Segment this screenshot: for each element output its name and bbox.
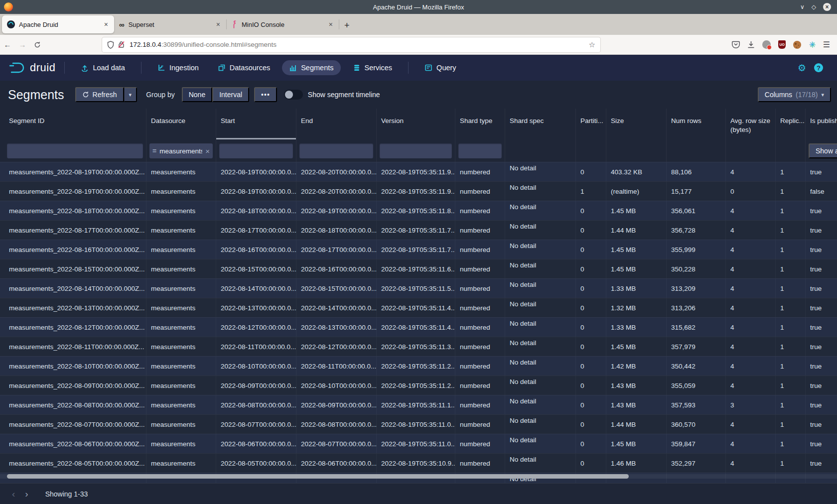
cell-end: 2022-08-16T00:00:00.0...	[296, 259, 377, 278]
table-row[interactable]: measurements_2022-08-19T00:00:00.000Z...…	[0, 181, 837, 201]
tab-close-icon[interactable]: ×	[328, 20, 334, 28]
back-icon[interactable]: ←	[0, 40, 15, 49]
column-header-is_published[interactable]: Is published	[806, 109, 837, 139]
extension-asterisk-icon[interactable]: ✳	[809, 41, 815, 49]
nav-item-datasources[interactable]: Datasources	[211, 60, 277, 75]
cell-is_published: true	[806, 395, 837, 414]
cell-version: 2022-08-19T05:35:11.3...	[377, 337, 455, 356]
nav-item-segments[interactable]: Segments	[282, 60, 340, 75]
cell-is_published: true	[806, 357, 837, 376]
nav-item-label: Segments	[301, 64, 333, 72]
filter-input-start[interactable]	[219, 143, 293, 158]
group-by-interval-button[interactable]: Interval	[212, 87, 249, 102]
lock-insecure-icon[interactable]	[118, 41, 125, 48]
nav-item-load-data[interactable]: Load data	[74, 60, 132, 75]
filter-input-shard_type[interactable]	[458, 143, 502, 158]
column-header-shard_type[interactable]: Shard type	[455, 109, 505, 139]
table-row[interactable]: measurements_2022-08-17T00:00:00.000Z...…	[0, 220, 837, 240]
refresh-button[interactable]: Refresh	[75, 87, 124, 102]
bookmark-star-icon[interactable]: ☆	[589, 40, 595, 49]
filter-input-version[interactable]	[380, 143, 452, 158]
segment-timeline-switch[interactable]: Show segment timeline	[284, 90, 380, 100]
cell-shard_spec: No detail	[505, 162, 576, 181]
refresh-caret-button[interactable]: ▾	[124, 87, 138, 102]
maximize-icon[interactable]: ◇	[812, 4, 816, 10]
table-row[interactable]: measurements_2022-08-08T00:00:00.000Z...…	[0, 395, 837, 414]
tab-close-icon[interactable]: ×	[215, 20, 221, 28]
table-row[interactable]: measurements_2022-08-11T00:00:00.000Z...…	[0, 337, 837, 356]
column-header-partition[interactable]: Partiti...	[576, 109, 606, 139]
column-header-shard_spec[interactable]: Shard spec	[505, 109, 576, 139]
pocket-icon[interactable]	[732, 41, 740, 48]
column-header-id[interactable]: Segment ID	[0, 109, 146, 139]
table-row[interactable]: measurements_2022-08-14T00:00:00.000Z...…	[0, 278, 837, 298]
table-row[interactable]: measurements_2022-08-07T00:00:00.000Z...…	[0, 414, 837, 434]
tab-minio-console[interactable]: MinIO Console ×	[227, 15, 339, 33]
close-icon[interactable]: ×	[823, 3, 831, 11]
table-row[interactable]: measurements_2022-08-19T00:00:00.000Z...…	[0, 162, 837, 181]
account-extension-icon[interactable]	[762, 40, 771, 49]
downloads-icon[interactable]	[747, 41, 755, 48]
cookie-extension-icon[interactable]	[793, 41, 801, 49]
minimize-icon[interactable]: ∨	[800, 4, 805, 10]
toggle-off-icon[interactable]	[284, 90, 303, 100]
cell-shard_spec: No detail	[505, 454, 576, 473]
group-by-none-button[interactable]: None	[182, 87, 212, 102]
columns-button[interactable]: Columns (17/18) ▾	[758, 87, 831, 102]
tab-label: Apache Druid	[19, 21, 99, 28]
nav-item-services[interactable]: Services	[346, 60, 400, 75]
cell-num_rows: 315,682	[667, 318, 726, 337]
scrollbar-thumb[interactable]	[7, 474, 629, 479]
forward-icon[interactable]: →	[15, 40, 30, 49]
tab-close-icon[interactable]: ×	[103, 20, 109, 28]
is-published-filter-button[interactable]: Show all	[809, 143, 837, 158]
table-row[interactable]: measurements_2022-08-16T00:00:00.000Z...…	[0, 240, 837, 259]
previous-page-icon[interactable]: ‹	[7, 489, 20, 499]
datasource-filter-chip[interactable]: =measurements×	[149, 143, 213, 158]
druid-brand[interactable]: druid	[9, 61, 55, 74]
table-row[interactable]: measurements_2022-08-10T00:00:00.000Z...…	[0, 356, 837, 376]
gear-icon[interactable]: ⚙	[798, 62, 806, 74]
cell-size: 1.45 MB	[606, 337, 667, 356]
filter-input-end[interactable]	[299, 143, 373, 158]
table-row[interactable]: measurements_2022-08-06T00:00:00.000Z...…	[0, 434, 837, 453]
column-header-datasource[interactable]: Datasource	[146, 109, 216, 139]
tab-superset[interactable]: ∞ Superset ×	[114, 15, 226, 33]
cell-num_rows: 352,297	[667, 454, 726, 473]
cell-version: 2022-08-19T05:35:11.8...	[377, 201, 455, 220]
column-header-size[interactable]: Size	[606, 109, 667, 139]
table-row[interactable]: measurements_2022-08-05T00:00:00.000Z...…	[0, 453, 837, 473]
url-bar[interactable]: 172.18.0.4 :30899/unified-console.html#s…	[102, 37, 600, 52]
table-row[interactable]: measurements_2022-08-09T00:00:00.000Z...…	[0, 376, 837, 395]
showing-count: Showing 1-33	[45, 490, 88, 498]
column-header-end[interactable]: End	[296, 109, 377, 139]
cell-replicas: 1	[776, 182, 806, 201]
column-header-version[interactable]: Version	[377, 109, 455, 139]
horizontal-scrollbar[interactable]	[0, 474, 837, 479]
cell-version: 2022-08-19T05:35:11.5...	[377, 279, 455, 298]
tab-apache-druid[interactable]: Apache Druid ×	[2, 15, 114, 33]
more-options-button[interactable]: •••	[254, 87, 277, 102]
column-header-avg_row_size[interactable]: Avg. row size (bytes)	[726, 109, 776, 139]
table-row[interactable]: measurements_2022-08-15T00:00:00.000Z...…	[0, 259, 837, 278]
ublock-origin-icon[interactable]: UO	[778, 40, 786, 49]
new-tab-button[interactable]: +	[339, 20, 355, 31]
table-row[interactable]: measurements_2022-08-18T00:00:00.000Z...…	[0, 201, 837, 220]
menu-icon[interactable]: ☰	[823, 40, 830, 49]
refresh-label: Refresh	[93, 91, 117, 99]
remove-filter-icon[interactable]: ×	[205, 147, 210, 155]
column-header-replicas[interactable]: Replic...	[776, 109, 806, 139]
cell-start: 2022-08-10T00:00:00.0...	[216, 357, 296, 376]
next-page-icon[interactable]: ›	[20, 489, 33, 499]
reload-icon[interactable]	[30, 41, 45, 48]
column-header-num_rows[interactable]: Num rows	[667, 109, 726, 139]
help-icon[interactable]: ?	[814, 63, 823, 72]
table-row[interactable]: measurements_2022-08-13T00:00:00.000Z...…	[0, 298, 837, 317]
filter-input-id[interactable]	[7, 143, 143, 158]
column-header-start[interactable]: Start	[216, 109, 296, 139]
table-row[interactable]: measurements_2022-08-12T00:00:00.000Z...…	[0, 317, 837, 337]
shield-icon[interactable]	[107, 41, 114, 49]
nav-item-query[interactable]: Query	[418, 60, 463, 75]
filter-cell-replicas	[776, 139, 806, 162]
nav-item-ingestion[interactable]: Ingestion	[150, 60, 206, 75]
